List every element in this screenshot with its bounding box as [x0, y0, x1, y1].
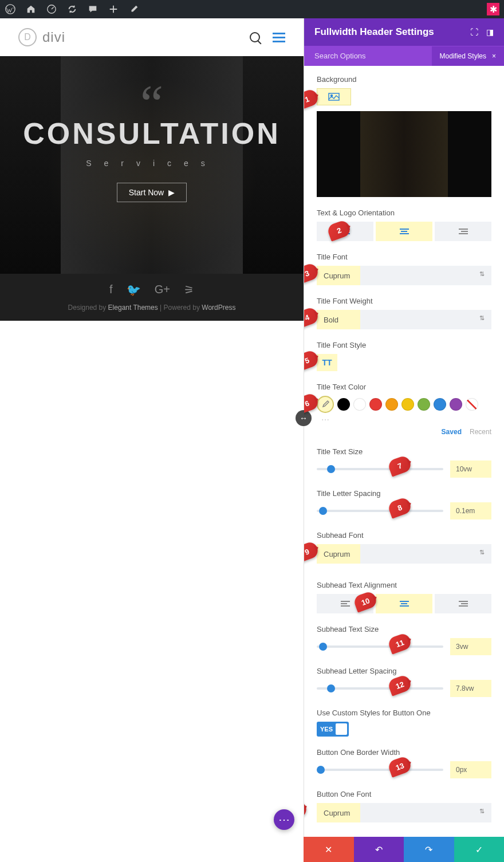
recent-colors-tab[interactable]: Recent: [470, 428, 491, 436]
title-font-select[interactable]: Cuprum: [317, 266, 491, 285]
site-logo[interactable]: D divi: [18, 28, 65, 46]
subhead-text-size-label: Subhead Text Size: [317, 625, 491, 633]
color-swatch-green[interactable]: [418, 398, 430, 411]
color-swatch-purple[interactable]: [450, 398, 462, 411]
panel-footer: ✕ ↶ ↷ ✓: [304, 837, 504, 862]
subhead-letter-spacing-label: Subhead Letter Spacing: [317, 667, 491, 675]
hero-cta-button[interactable]: Start Now ▶: [117, 183, 187, 202]
hero-section: “ CONSULTATION Services Start Now ▶: [0, 56, 304, 274]
dock-icon[interactable]: ◨: [486, 27, 494, 37]
color-swatch-white[interactable]: [353, 398, 366, 411]
custom-button-label: Use Custom Styles for Button One: [317, 709, 491, 717]
undo-button[interactable]: ↶: [354, 837, 404, 862]
title-letter-spacing-label: Title Letter Spacing: [317, 489, 491, 498]
subhead-font-label: Subhead Font: [317, 531, 491, 540]
custom-button-toggle[interactable]: YES: [317, 722, 349, 737]
hero-title: CONSULTATION: [0, 116, 304, 151]
page-preview: D divi “ CONSULTATION Services Start Now…: [0, 18, 304, 862]
panel-tabs: Search Options Modified Styles ×: [304, 46, 504, 66]
add-icon[interactable]: [108, 3, 119, 15]
search-options-tab[interactable]: Search Options: [304, 46, 432, 66]
svg-point-3: [331, 95, 333, 97]
orientation-label: Text & Logo Orientation: [317, 208, 491, 217]
dashboard-icon[interactable]: [46, 3, 57, 15]
button-border-width-slider[interactable]: [317, 769, 443, 771]
quote-icon: “: [0, 90, 304, 116]
google-plus-icon[interactable]: G+: [155, 283, 170, 297]
rss-icon[interactable]: ⚞: [184, 283, 194, 297]
facebook-icon[interactable]: f: [109, 283, 113, 297]
subhead-font-select[interactable]: Cuprum: [317, 544, 491, 564]
site-header: D divi: [0, 18, 304, 56]
menu-icon[interactable]: [273, 33, 285, 42]
title-letter-spacing-slider[interactable]: [317, 510, 443, 512]
subhead-text-size-input[interactable]: 3vw: [450, 638, 491, 655]
comment-icon[interactable]: [87, 3, 99, 15]
annotation-marker-14: 14: [304, 799, 309, 821]
subhead-text-size-slider[interactable]: [317, 645, 443, 648]
close-icon[interactable]: ×: [492, 52, 496, 60]
subhead-letter-spacing-slider[interactable]: [317, 687, 443, 690]
button-border-width-label: Button One Border Width: [317, 748, 491, 757]
settings-panel: Fullwidth Header Settings ⛶ ◨ Search Opt…: [304, 18, 504, 862]
annotation-marker-1: 1: [304, 88, 320, 110]
button-border-width-input[interactable]: 0px: [450, 761, 491, 778]
title-text-size-input[interactable]: 10vw: [450, 460, 491, 478]
subhead-align-right[interactable]: [435, 594, 491, 613]
color-swatch-red[interactable]: [369, 398, 382, 411]
title-letter-spacing-input[interactable]: 0.1em: [450, 502, 491, 519]
resize-handle[interactable]: ↔: [296, 410, 312, 426]
color-swatch-orange[interactable]: [385, 398, 398, 411]
footer-credits: Designed by Elegant Themes | Powered by …: [0, 304, 304, 312]
footer-link-cms[interactable]: WordPress: [202, 304, 235, 312]
logo-mark: D: [18, 28, 37, 46]
align-right-button[interactable]: [435, 222, 491, 241]
color-swatch-yellow[interactable]: [401, 398, 414, 411]
edit-icon[interactable]: [128, 3, 140, 15]
subhead-alignment-label: Subhead Text Alignment: [317, 581, 491, 589]
panel-header: Fullwidth Header Settings ⛶ ◨: [304, 18, 504, 46]
title-text-size-label: Title Text Size: [317, 447, 491, 456]
wp-admin-bar[interactable]: ✱: [0, 0, 504, 18]
title-text-color-label: Title Text Color: [317, 383, 491, 391]
more-colors-icon[interactable]: ⋯: [321, 415, 491, 424]
color-swatch-none[interactable]: [466, 398, 478, 411]
save-button[interactable]: ✓: [454, 837, 505, 862]
title-font-style-label: Title Font Style: [317, 341, 491, 349]
cancel-button[interactable]: ✕: [304, 837, 354, 862]
color-swatch-blue[interactable]: [434, 398, 446, 411]
button-font-label: Button One Font: [317, 790, 491, 798]
search-icon[interactable]: [250, 32, 260, 42]
saved-colors-tab[interactable]: Saved: [442, 428, 462, 436]
home-icon[interactable]: [25, 3, 37, 15]
color-swatch-black[interactable]: [337, 398, 350, 411]
align-center-button[interactable]: [376, 222, 432, 241]
title-font-weight-label: Title Font Weight: [317, 297, 491, 305]
background-label: Background: [317, 75, 491, 84]
subhead-letter-spacing-input[interactable]: 7.8vw: [450, 680, 491, 697]
logo-text: divi: [42, 29, 65, 45]
fab-menu-button[interactable]: ⋯: [274, 809, 294, 830]
redo-button[interactable]: ↷: [404, 837, 454, 862]
site-footer: f 🐦 G+ ⚞ Designed by Elegant Themes | Po…: [0, 274, 304, 321]
subhead-align-center[interactable]: [376, 594, 432, 613]
twitter-icon[interactable]: 🐦: [127, 283, 141, 297]
title-font-weight-select[interactable]: Bold: [317, 310, 491, 329]
title-font-label: Title Font: [317, 253, 491, 261]
modified-styles-tab[interactable]: Modified Styles ×: [432, 46, 504, 66]
button-font-select[interactable]: Cuprum: [317, 803, 491, 822]
hero-subtitle: Services: [0, 159, 304, 168]
panel-title: Fullwidth Header Settings: [314, 26, 434, 38]
expand-icon[interactable]: ⛶: [470, 27, 478, 37]
wordpress-icon[interactable]: [5, 3, 16, 15]
play-icon: ▶: [168, 188, 175, 197]
footer-link-company[interactable]: Elegant Themes: [108, 304, 158, 312]
title-text-size-slider[interactable]: [317, 468, 443, 470]
star-icon[interactable]: ✱: [487, 3, 499, 15]
background-preview[interactable]: [317, 111, 491, 197]
refresh-icon[interactable]: [66, 3, 78, 15]
